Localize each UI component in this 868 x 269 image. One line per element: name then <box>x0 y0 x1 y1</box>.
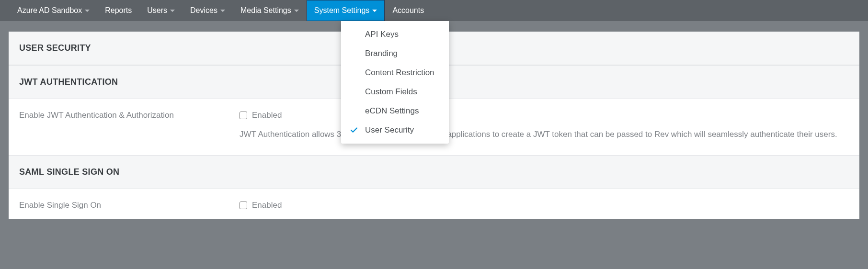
saml-enabled-checkbox[interactable] <box>240 202 247 209</box>
dropdown-item-api-keys[interactable]: API Keys <box>341 25 449 44</box>
top-navbar: Azure AD Sandbox Reports Users Devices M… <box>0 0 868 21</box>
caret-down-icon <box>294 10 299 12</box>
dropdown-item-label: API Keys <box>365 30 399 39</box>
caret-down-icon <box>220 10 225 12</box>
nav-label: Accounts <box>392 6 424 15</box>
section-title: JWT AUTHENTICATION <box>19 77 118 87</box>
dropdown-item-label: Content Restriction <box>365 68 434 77</box>
dropdown-item-user-security[interactable]: User Security <box>341 121 449 140</box>
nav-label: Media Settings <box>240 6 291 15</box>
jwt-enabled-toggle[interactable]: Enabled <box>240 111 849 120</box>
nav-media-settings[interactable]: Media Settings <box>233 0 307 21</box>
dropdown-item-label: Custom Fields <box>365 87 417 96</box>
nav-system-settings[interactable]: System Settings <box>307 0 385 21</box>
dropdown-item-label: Branding <box>365 49 398 58</box>
nav-devices[interactable]: Devices <box>183 0 233 21</box>
dropdown-item-content-restriction[interactable]: Content Restriction <box>341 63 449 82</box>
saml-field-control: Enabled <box>240 201 849 219</box>
dropdown-item-custom-fields[interactable]: Custom Fields <box>341 82 449 101</box>
nav-label: Reports <box>105 6 132 15</box>
checkbox-label: Enabled <box>252 201 282 210</box>
nav-label: Users <box>147 6 167 15</box>
system-settings-dropdown: API Keys Branding Content Restriction Cu… <box>341 21 449 144</box>
nav-reports[interactable]: Reports <box>97 0 139 21</box>
nav-label: System Settings <box>314 6 370 15</box>
checkbox-label: Enabled <box>252 111 282 120</box>
nav-azure-ad-sandbox[interactable]: Azure AD Sandbox <box>10 0 97 21</box>
section-title: USER SECURITY <box>19 43 91 53</box>
section-header-saml: SAML SINGLE SIGN ON <box>9 155 859 189</box>
jwt-field-control: Enabled JWT Authentication allows 3rd pa… <box>240 111 849 151</box>
dropdown-item-ecdn-settings[interactable]: eCDN Settings <box>341 101 449 121</box>
dropdown-item-label: User Security <box>365 125 414 134</box>
dropdown-item-branding[interactable]: Branding <box>341 44 449 63</box>
nav-label: Devices <box>190 6 217 15</box>
saml-field-label: Enable Single Sign On <box>19 201 240 219</box>
caret-down-icon <box>372 10 377 12</box>
jwt-help-text: JWT Authentication allows 3rd party deve… <box>240 129 849 151</box>
nav-accounts[interactable]: Accounts <box>385 0 432 21</box>
caret-down-icon <box>170 10 175 12</box>
check-icon <box>350 126 358 134</box>
section-title: SAML SINGLE SIGN ON <box>19 167 119 177</box>
nav-users[interactable]: Users <box>139 0 183 21</box>
jwt-enabled-checkbox[interactable] <box>240 112 247 119</box>
saml-field-row: Enable Single Sign On Enabled <box>9 189 859 219</box>
dropdown-item-label: eCDN Settings <box>365 106 419 115</box>
nav-label: Azure AD Sandbox <box>17 6 82 15</box>
saml-enabled-toggle[interactable]: Enabled <box>240 201 849 210</box>
caret-down-icon <box>85 10 90 12</box>
jwt-field-label: Enable JWT Authentication & Authorizatio… <box>19 111 240 151</box>
